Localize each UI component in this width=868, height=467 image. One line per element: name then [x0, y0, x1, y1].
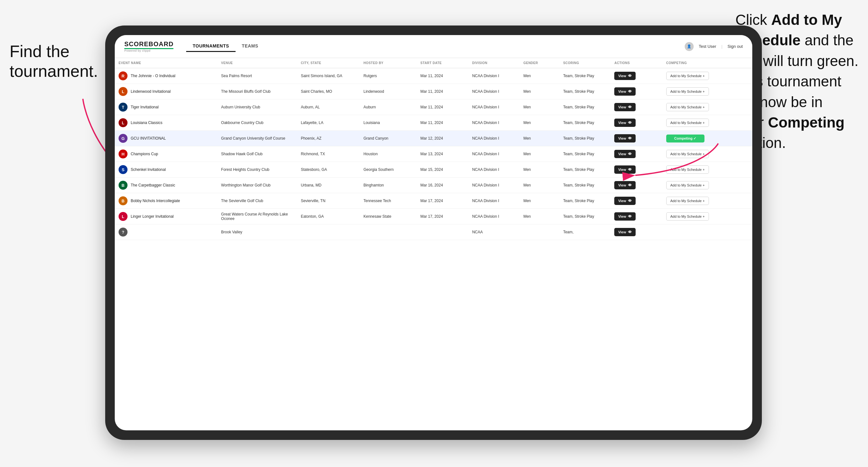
event-name-cell: L Lindenwood Invitational — [115, 84, 217, 99]
add-to-schedule-button[interactable]: Add to My Schedule + — [666, 212, 709, 221]
scoring-cell: Team, Stroke Play — [559, 193, 611, 209]
start-date-cell — [416, 224, 468, 240]
division-cell: NCAA Division I — [468, 178, 520, 193]
event-name-text: Louisiana Classics — [131, 121, 162, 125]
view-button[interactable]: View 👁 — [614, 134, 636, 143]
hosted-by-cell: Houston — [360, 146, 416, 162]
competing-button[interactable]: Competing ✓ — [666, 134, 705, 143]
user-avatar: 👤 — [685, 42, 694, 51]
add-to-schedule-button[interactable]: Add to My Schedule + — [666, 103, 709, 111]
tournaments-table: EVENT NAME VENUE CITY, STATE HOSTED BY S… — [115, 58, 752, 240]
sign-out-link[interactable]: Sign out — [727, 44, 743, 49]
division-cell: NCAA — [468, 224, 520, 240]
event-name-cell: ? — [115, 224, 217, 240]
start-date-cell: Mar 17, 2024 — [416, 209, 468, 224]
venue-cell: Auburn University Club — [217, 99, 297, 115]
add-to-schedule-button[interactable]: Add to My Schedule + — [666, 87, 709, 96]
col-header-division: DIVISION — [468, 58, 520, 68]
tablet-frame: SCOREBOARD Powered by clippd TOURNAMENTS… — [105, 26, 762, 440]
team-logo: ? — [119, 227, 127, 237]
division-cell: NCAA Division I — [468, 193, 520, 209]
event-name-cell: B Bobby Nichols Intercollegiate — [115, 193, 217, 209]
actions-cell: View 👁 — [611, 84, 662, 99]
add-to-schedule-button[interactable]: Add to My Schedule + — [666, 165, 709, 174]
eye-icon: 👁 — [628, 136, 632, 141]
scoring-cell: Team, — [559, 224, 611, 240]
user-name: Test User — [699, 44, 716, 49]
view-button[interactable]: View 👁 — [614, 212, 636, 221]
add-to-schedule-button[interactable]: Add to My Schedule + — [666, 119, 709, 127]
actions-cell: View 👁 — [611, 178, 662, 193]
city-cell — [297, 224, 360, 240]
scoring-cell: Team, Stroke Play — [559, 115, 611, 131]
team-logo: L — [119, 118, 127, 127]
venue-cell: Brook Valley — [217, 224, 297, 240]
start-date-cell: Mar 17, 2024 — [416, 193, 468, 209]
city-cell: Saint Charles, MO — [297, 84, 360, 99]
add-to-schedule-button[interactable]: Add to My Schedule + — [666, 181, 709, 189]
event-name-cell: G GCU INVITATIONAL — [115, 131, 217, 146]
city-cell: Richmond, TX — [297, 146, 360, 162]
venue-cell: The Sevierville Golf Club — [217, 193, 297, 209]
city-cell: Urbana, MD — [297, 178, 360, 193]
scoring-cell: Team, Stroke Play — [559, 162, 611, 178]
city-cell: Auburn, AL — [297, 99, 360, 115]
view-button[interactable]: View 👁 — [614, 72, 636, 80]
nav-tabs: TOURNAMENTS TEAMS — [186, 41, 265, 52]
logo-text: SCOREBOARD — [124, 40, 174, 48]
view-button[interactable]: View 👁 — [614, 197, 636, 205]
scoring-cell: Team, Stroke Play — [559, 84, 611, 99]
eye-icon: 👁 — [628, 121, 632, 125]
scoring-cell: Team, Stroke Play — [559, 178, 611, 193]
view-button[interactable]: View 👁 — [614, 103, 636, 111]
hosted-by-cell: Lindenwood — [360, 84, 416, 99]
eye-icon: 👁 — [628, 152, 632, 156]
table-row: B Bobby Nichols Intercollegiate The Sevi… — [115, 193, 752, 209]
view-button[interactable]: View 👁 — [614, 150, 636, 158]
table-row: G GCU INVITATIONAL Grand Canyon Universi… — [115, 131, 752, 146]
venue-cell: Sea Palms Resort — [217, 68, 297, 84]
venue-cell: The Missouri Bluffs Golf Club — [217, 84, 297, 99]
event-name-text: The Johnnie - O Individual — [131, 74, 175, 78]
city-cell: Statesboro, GA — [297, 162, 360, 178]
actions-cell: View 👁 — [611, 193, 662, 209]
city-cell: Eatonton, GA — [297, 209, 360, 224]
add-to-schedule-button[interactable]: Add to My Schedule + — [666, 72, 709, 80]
hosted-by-cell: Kennesaw State — [360, 209, 416, 224]
hosted-by-cell: Tennessee Tech — [360, 193, 416, 209]
add-to-schedule-button[interactable]: Add to My Schedule + — [666, 197, 709, 205]
table-row: B The Carpetbagger Classic Worthington M… — [115, 178, 752, 193]
add-to-schedule-button[interactable]: Add to My Schedule + — [666, 150, 709, 158]
view-button[interactable]: View 👁 — [614, 87, 636, 96]
event-name-cell: S Schenkel Invitational — [115, 162, 217, 178]
table-row: S Schenkel Invitational Forest Heights C… — [115, 162, 752, 178]
view-button[interactable]: View 👁 — [614, 119, 636, 127]
view-button[interactable]: View 👁 — [614, 181, 636, 189]
start-date-cell: Mar 11, 2024 — [416, 68, 468, 84]
venue-cell: Worthington Manor Golf Club — [217, 178, 297, 193]
gender-cell — [520, 224, 559, 240]
col-header-gender: GENDER — [520, 58, 559, 68]
event-name-cell: B The Carpetbagger Classic — [115, 178, 217, 193]
event-name-text: Tiger Invitational — [131, 105, 159, 110]
division-cell: NCAA Division I — [468, 99, 520, 115]
start-date-cell: Mar 15, 2024 — [416, 162, 468, 178]
start-date-cell: Mar 11, 2024 — [416, 115, 468, 131]
view-button[interactable]: View 👁 — [614, 228, 636, 236]
gender-cell: Men — [520, 68, 559, 84]
gender-cell: Men — [520, 99, 559, 115]
logo-sub: Powered by clippd — [124, 49, 174, 52]
team-logo: S — [119, 165, 127, 174]
table-row: L Linger Longer Invitational Great Water… — [115, 209, 752, 224]
actions-cell: View 👁 — [611, 68, 662, 84]
table-row: T Tiger Invitational Auburn University C… — [115, 99, 752, 115]
table-row: R The Johnnie - O Individual Sea Palms R… — [115, 68, 752, 84]
scoring-cell: Team, Stroke Play — [559, 99, 611, 115]
event-name-text: Bobby Nichols Intercollegiate — [131, 198, 180, 203]
tab-tournaments[interactable]: TOURNAMENTS — [186, 41, 235, 52]
hosted-by-cell: Binghamton — [360, 178, 416, 193]
col-header-date: START DATE — [416, 58, 468, 68]
tab-teams[interactable]: TEAMS — [236, 41, 265, 52]
view-button[interactable]: View 👁 — [614, 165, 636, 174]
city-cell: Saint Simons Island, GA — [297, 68, 360, 84]
